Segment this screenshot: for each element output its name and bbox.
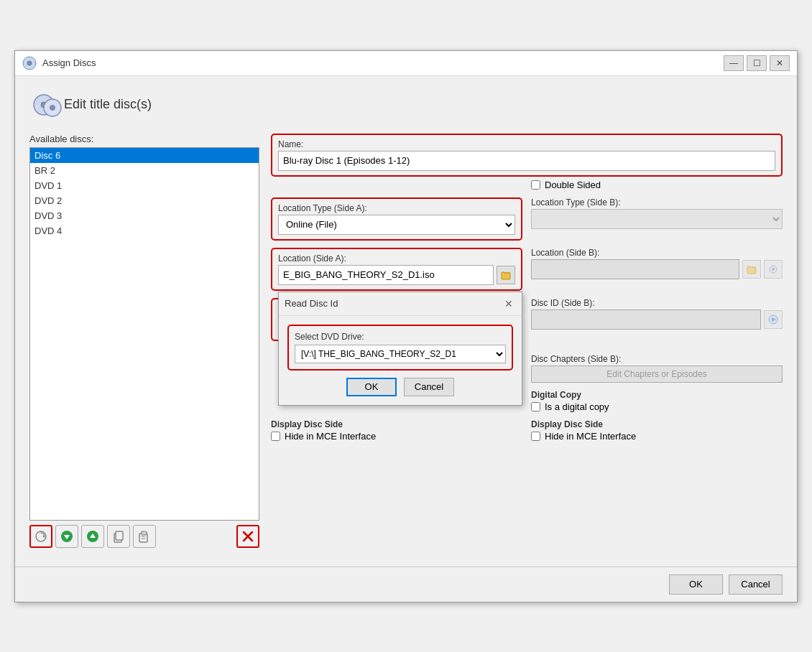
disc-item-0[interactable]: Disc 6 — [30, 148, 259, 163]
hide-mce-b-checkbox[interactable] — [531, 432, 540, 441]
location-a-group: Location (Side A): — [278, 253, 515, 285]
close-button[interactable]: ✕ — [770, 55, 790, 71]
disc-id-b-label: Disc ID (Side B): — [531, 298, 783, 308]
location-b-input-row — [531, 259, 783, 279]
hide-mce-a-checkbox[interactable] — [271, 432, 280, 441]
copy-icon — [112, 530, 125, 543]
location-a-input-row — [278, 265, 515, 285]
main-window: Assign Discs — ☐ ✕ Edit title disc(s) Av… — [14, 50, 798, 602]
location-type-b-select[interactable] — [531, 209, 783, 229]
digital-copy-group: Digital Copy Is a digital copy — [531, 390, 783, 412]
svg-rect-13 — [116, 531, 123, 540]
location-type-a-label: Location Type (Side A): — [278, 203, 515, 213]
disc-item-3[interactable]: DVD 2 — [30, 193, 259, 208]
popup-titlebar: Read Disc Id ✕ — [279, 292, 522, 316]
location-type-a-select[interactable]: Online (File) — [278, 215, 515, 235]
disc-chapters-b-label: Disc Chapters (Side B): — [531, 354, 783, 364]
name-group: Name: — [278, 139, 775, 171]
read-disc-id-b-button[interactable] — [764, 310, 783, 329]
disc-chapters-b-col: Disc Chapters (Side B): Edit Chapters or… — [531, 354, 783, 383]
minimize-button[interactable]: — — [724, 55, 744, 71]
location-row-section: Location (Side A): — [271, 248, 783, 291]
display-disc-side-a-col: Display Disc Side Hide in MCE Interface — [271, 419, 522, 442]
svg-point-23 — [772, 268, 775, 271]
location-a-browse-button[interactable] — [497, 266, 515, 284]
add-disc-button[interactable] — [29, 525, 52, 548]
double-sided-label: Double Sided — [545, 180, 601, 190]
display-disc-side-b-label: Display Disc Side — [531, 419, 783, 429]
location-b-disc-button[interactable] — [764, 260, 783, 279]
is-digital-copy-label: Is a digital copy — [545, 401, 609, 412]
name-group-outline: Name: — [271, 134, 783, 177]
location-b-input[interactable] — [531, 259, 739, 279]
svg-rect-21 — [747, 267, 756, 274]
disc-item-5[interactable]: DVD 4 — [30, 223, 259, 238]
disc-list[interactable]: Disc 6 BR 2 DVD 1 DVD 2 DVD 3 DVD 4 — [29, 147, 259, 521]
refresh-icon — [34, 530, 47, 543]
hide-mce-a-row: Hide in MCE Interface — [271, 431, 522, 442]
paste-button[interactable] — [133, 525, 156, 548]
folder-b-icon — [747, 264, 757, 274]
location-a-input[interactable] — [278, 265, 494, 285]
popup-cancel-button[interactable]: Cancel — [404, 378, 454, 396]
name-input[interactable] — [278, 151, 775, 171]
footer-cancel-button[interactable]: Cancel — [729, 574, 783, 595]
svg-point-5 — [50, 105, 55, 110]
titlebar: Assign Discs — ☐ ✕ — [15, 51, 797, 76]
popup-content: Select DVD Drive: [V:\] THE_BIG_BANG_THE… — [279, 316, 522, 405]
hide-mce-b-label: Hide in MCE Interface — [545, 431, 636, 442]
disc-id-b-input[interactable] — [531, 309, 761, 330]
double-sided-checkbox-row: Double Sided — [531, 180, 783, 190]
disc-item-2[interactable]: DVD 1 — [30, 178, 259, 193]
window-controls: — ☐ ✕ — [724, 55, 790, 71]
maximize-button[interactable]: ☐ — [747, 55, 767, 71]
double-sided-checkbox[interactable] — [531, 180, 540, 190]
delete-icon — [241, 530, 254, 543]
location-type-row: Location Type (Side A): Online (File) Lo… — [271, 197, 783, 241]
location-type-a-col: Location Type (Side A): Online (File) — [271, 197, 522, 241]
location-b-label: Location (Side B): — [531, 248, 783, 258]
window-title: Assign Discs — [42, 57, 724, 68]
move-up-button[interactable] — [81, 525, 104, 548]
display-disc-side-b-group: Display Disc Side Hide in MCE Interface — [531, 419, 783, 442]
popup-title: Read Disc Id — [285, 298, 338, 309]
popup-ok-button[interactable]: OK — [346, 378, 397, 396]
popup-close-button[interactable]: ✕ — [502, 297, 516, 311]
is-digital-copy-checkbox[interactable] — [531, 402, 540, 411]
svg-rect-20 — [502, 273, 510, 279]
location-b-group: Location (Side B): — [531, 248, 783, 279]
digital-copy-label: Digital Copy — [531, 390, 783, 400]
disc-icon — [29, 88, 64, 122]
move-down-button[interactable] — [55, 525, 78, 548]
folder-icon — [501, 270, 511, 280]
disc-item-1[interactable]: BR 2 — [30, 163, 259, 178]
arrow-down-circle-icon — [60, 530, 73, 543]
location-a-label: Location (Side A): — [278, 253, 515, 264]
digital-copy-col: Digital Copy Is a digital copy — [531, 390, 783, 412]
read-disc-id-popup: Read Disc Id ✕ Select DVD Drive: [V:\] T… — [278, 292, 522, 406]
main-content: Edit title disc(s) Available discs: Disc… — [15, 76, 797, 559]
location-type-a-group: Location Type (Side A): Online (File) — [278, 203, 515, 235]
disc-chapters-b-group: Disc Chapters (Side B): Edit Chapters or… — [531, 354, 783, 383]
disc-b-icon — [768, 264, 778, 274]
disc-id-b-col: Disc ID (Side B): — [531, 298, 783, 330]
right-panel: Name: Double Sided — [271, 134, 783, 548]
digital-copy-checkbox-row: Is a digital copy — [531, 401, 783, 412]
main-area: Available discs: Disc 6 BR 2 DVD 1 DVD 2… — [29, 134, 783, 548]
location-type-a-outline: Location Type (Side A): Online (File) — [271, 197, 522, 241]
location-a-outline: Location (Side A): — [271, 248, 522, 291]
location-b-col: Location (Side B): — [531, 248, 783, 279]
edit-chapters-button[interactable]: Edit Chapters or Episodes — [531, 365, 783, 383]
location-a-col: Location (Side A): — [271, 248, 522, 291]
copy-button[interactable] — [107, 525, 130, 548]
disc-id-b-input-row — [531, 309, 783, 330]
disc-item-4[interactable]: DVD 3 — [30, 208, 259, 223]
hide-mce-a-label: Hide in MCE Interface — [285, 431, 376, 442]
read-disc-b-icon — [768, 315, 778, 325]
location-b-browse-button[interactable] — [742, 260, 761, 279]
footer-ok-button[interactable]: OK — [669, 574, 723, 595]
double-sided-col: Double Sided — [531, 180, 783, 190]
popup-dvd-drive-select[interactable]: [V:\] THE_BIG_BANG_THEORY_S2_D1 — [295, 345, 506, 363]
delete-button[interactable] — [236, 525, 259, 548]
name-label: Name: — [278, 139, 775, 149]
